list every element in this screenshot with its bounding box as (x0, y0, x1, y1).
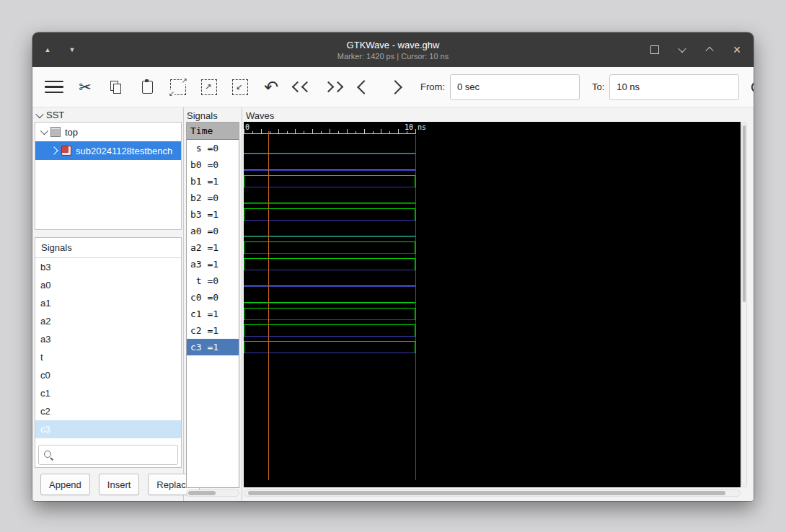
expander-down-icon[interactable] (40, 127, 48, 135)
primary-marker-line[interactable] (268, 131, 269, 480)
wave-canvas[interactable]: 0 10 ns (244, 122, 741, 487)
wave-segment (244, 169, 415, 170)
wave-trace-b1 (244, 172, 741, 189)
signal-item-t[interactable]: t (35, 348, 181, 366)
cursor-line[interactable] (415, 135, 416, 480)
tree-item-sub20241128testbench[interactable]: sub20241128testbench (35, 141, 181, 160)
ruler-tick (415, 129, 416, 134)
value-row-a3[interactable]: a3 =1 (187, 256, 239, 272)
value-row-c0[interactable]: c0 =0 (187, 289, 239, 306)
zoom-out-button[interactable]: ↙ (227, 74, 253, 101)
values-hscrollbar[interactable] (186, 489, 239, 497)
signals-list: b3a0a1a2a3tc0c1c2c3 (35, 258, 181, 438)
wave-trace-c3 (244, 338, 741, 355)
restore-icon[interactable] (648, 43, 661, 56)
titlebar-right-buttons: × (648, 32, 743, 67)
titlebar[interactable]: ▲ ▼ GTKWave - wave.ghw Marker: 1420 ps |… (32, 32, 754, 67)
wave-hscrollbar-thumb[interactable] (248, 491, 725, 495)
value-row-c3[interactable]: c3 =1 (187, 339, 239, 355)
wave-segment (244, 203, 415, 203)
search-icon (44, 451, 53, 460)
ruler-tick (373, 131, 374, 134)
to-input[interactable] (609, 74, 739, 100)
signal-item-a1[interactable]: a1 (35, 294, 181, 312)
zoom-fit-button[interactable]: ↗↙ (165, 74, 191, 101)
toolbar: ✂ ↗↙ ↗ ↙ ↶ From: To: (32, 67, 754, 107)
sst-tree[interactable]: topsub20241128testbench (35, 122, 182, 230)
ruler-tick (356, 131, 356, 134)
timeline-ruler[interactable]: 0 10 ns (244, 122, 741, 135)
value-row-a0[interactable]: a0 =0 (187, 223, 239, 239)
value-row-t[interactable]: t =0 (187, 272, 239, 289)
ruler-start-label: 0 (245, 123, 250, 131)
skip-to-end-icon (324, 83, 342, 91)
value-row-b3[interactable]: b3 =1 (187, 206, 239, 223)
ruler-tick (330, 129, 330, 134)
pane-divider-left[interactable] (183, 107, 184, 501)
close-icon[interactable]: × (730, 43, 743, 56)
ruler-tick (407, 131, 407, 134)
ruler-tick (389, 131, 390, 134)
copy-button[interactable] (103, 74, 129, 101)
value-row-a2[interactable]: a2 =1 (187, 239, 239, 256)
zoom-fit-icon: ↗↙ (170, 79, 186, 95)
tree-item-top[interactable]: top (35, 123, 181, 141)
wave-vscrollbar[interactable] (741, 122, 747, 487)
zoom-in-button[interactable]: ↗ (196, 74, 222, 101)
wave-segment (244, 308, 415, 309)
pane-divider-right[interactable] (242, 107, 242, 501)
signal-item-c2[interactable]: c2 (35, 402, 181, 420)
wave-trace-c2 (244, 322, 741, 338)
value-row-c2[interactable]: c2 =1 (187, 322, 239, 339)
wave-hscrollbar[interactable] (244, 489, 741, 497)
signal-item-a3[interactable]: a3 (35, 330, 181, 348)
wave-segment (244, 236, 415, 237)
sst-collapse-icon[interactable] (35, 110, 43, 118)
cut-button[interactable]: ✂ (72, 74, 98, 101)
wave-segment (244, 286, 415, 287)
signal-item-c3[interactable]: c3 (35, 420, 181, 438)
undo-button[interactable]: ↶ (258, 74, 284, 101)
value-row-b1[interactable]: b1 =1 (187, 173, 239, 190)
menu-button[interactable] (41, 74, 67, 101)
append-button[interactable]: Append (40, 474, 90, 495)
next-edge-button[interactable] (382, 74, 408, 101)
insert-button[interactable]: Insert (99, 474, 140, 495)
chevron-down-icon[interactable] (676, 43, 689, 56)
to-start-button[interactable] (289, 74, 315, 101)
value-row-b0[interactable]: b0 =0 (187, 156, 239, 173)
time-header[interactable]: Time (187, 123, 239, 140)
signal-search-input[interactable] (38, 445, 178, 465)
wave-segment (244, 341, 415, 342)
signal-item-c1[interactable]: c1 (35, 384, 181, 402)
sst-header[interactable]: SST (37, 110, 64, 120)
wave-vscrollbar-thumb[interactable] (743, 125, 746, 302)
prev-edge-button[interactable] (351, 74, 377, 101)
signal-item-b3[interactable]: b3 (35, 258, 181, 276)
value-row-c1[interactable]: c1 =1 (187, 306, 239, 322)
values-panel: Time s =0b0 =0b1 =1b2 =0b3 =1a0 =0a2 =1a… (186, 122, 239, 488)
signal-item-c0[interactable]: c0 (35, 366, 181, 384)
signal-item-a0[interactable]: a0 (35, 276, 181, 294)
signal-item-a2[interactable]: a2 (35, 312, 181, 330)
values-hscrollbar-thumb[interactable] (188, 491, 216, 495)
to-end-button[interactable] (320, 74, 346, 101)
package-icon (50, 127, 61, 137)
ruler-tick (252, 131, 253, 134)
expander-right-icon[interactable] (50, 146, 58, 154)
hamburger-icon (45, 81, 63, 94)
wave-segment (244, 303, 415, 303)
reload-button[interactable] (744, 74, 754, 101)
value-row-b2[interactable]: b2 =0 (187, 190, 239, 206)
wave-trace-c1 (244, 305, 741, 322)
ruler-tick (321, 131, 322, 134)
from-input[interactable] (450, 74, 580, 100)
value-row-s[interactable]: s =0 (187, 140, 239, 156)
tree-item-label: sub20241128testbench (76, 146, 172, 156)
paste-button[interactable] (134, 74, 160, 101)
signals-list-panel: Signals b3a0a1a2a3tc0c1c2c3 (35, 237, 182, 468)
wave-trace-b0 (244, 156, 741, 172)
wave-segment (244, 258, 415, 259)
to-label: To: (592, 81, 604, 92)
chevron-up-icon[interactable] (703, 43, 716, 56)
